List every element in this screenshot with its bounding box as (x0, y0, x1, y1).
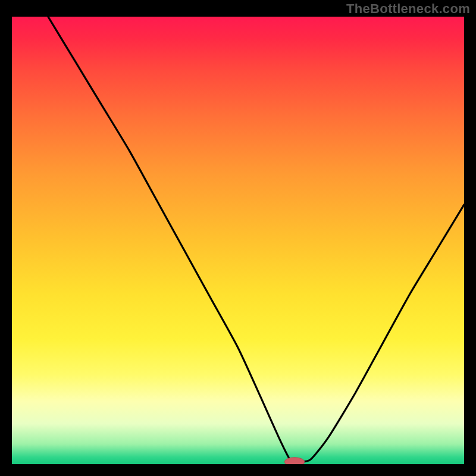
watermark-text: TheBottleneck.com (346, 1, 470, 17)
plot-area (12, 17, 464, 464)
chart-frame: TheBottleneck.com (0, 0, 476, 476)
gradient-background (12, 17, 464, 464)
bottleneck-chart (12, 17, 464, 464)
optimal-marker (284, 458, 304, 464)
